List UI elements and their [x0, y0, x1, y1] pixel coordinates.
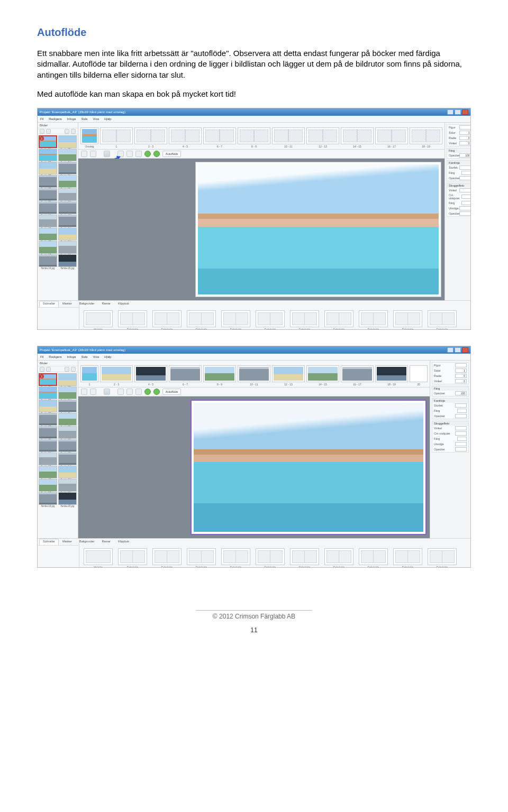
page-thumbnail[interactable]: 8 - 9 [203, 365, 236, 382]
page-thumbnail[interactable]: 1 [80, 365, 98, 382]
tool-icon-3[interactable] [135, 389, 142, 395]
image-thumbnail[interactable]: florida-09.jpg [39, 188, 57, 201]
tab-masker[interactable]: Masker [59, 539, 76, 545]
template-item[interactable]: Enkelsida [152, 310, 182, 327]
menu-redigera[interactable]: Redigera [49, 355, 61, 358]
undo-icon[interactable] [81, 151, 87, 157]
tool-icon-1[interactable] [117, 389, 124, 395]
page-spread[interactable] [195, 162, 441, 297]
tool-icon-3[interactable] [135, 151, 142, 157]
tab-sidmallar[interactable]: Sidmallar [39, 539, 59, 545]
image-thumbnail[interactable]: florida-05.jpg [39, 400, 57, 412]
property-value[interactable] [455, 431, 467, 436]
template-item[interactable]: Enkelsida [118, 548, 147, 565]
sort-icon[interactable] [65, 129, 69, 134]
redo-icon[interactable] [90, 151, 96, 157]
page-thumbnail[interactable]: 2 - 3 [134, 127, 167, 144]
prev-page-icon[interactable] [144, 389, 151, 395]
property-value[interactable] [457, 437, 467, 441]
image-thumbnail[interactable]: florida-12.jpg [58, 439, 77, 452]
remove-image-icon[interactable] [46, 129, 51, 134]
next-page-icon[interactable] [153, 151, 160, 157]
image-thumbnail[interactable]: florida-07.jpg [39, 413, 57, 426]
template-item[interactable]: Enkelsida [187, 310, 216, 327]
menu-hjalp[interactable]: Hjälp [104, 355, 112, 358]
save-icon[interactable] [104, 389, 110, 395]
tab-sidmallar[interactable]: Sidmallar [39, 301, 59, 307]
maximize-button[interactable] [455, 109, 461, 115]
menu-visa[interactable]: Visa [93, 355, 99, 358]
template-item[interactable]: Helsida [84, 548, 113, 565]
property-value[interactable]: 100 [459, 153, 471, 158]
page-thumbnail[interactable]: 20 [410, 365, 428, 382]
image-thumbnail[interactable]: florida-10.jpg [58, 426, 77, 439]
menu-sida[interactable]: Sida [81, 355, 87, 358]
property-value[interactable]: 1 [455, 368, 467, 373]
save-icon[interactable] [104, 151, 110, 157]
page-thumbnail[interactable]: 18 - 19 [375, 365, 408, 382]
image-thumbnail[interactable]: florida-08.jpg [58, 175, 77, 188]
image-thumbnail[interactable]: florida-09.jpg [39, 426, 57, 439]
menu-hjalp[interactable]: Hjälp [104, 117, 112, 121]
template-item[interactable]: Enkelsida [256, 548, 285, 565]
template-item[interactable]: Enkelsida [359, 548, 388, 565]
next-page-icon[interactable] [153, 389, 160, 395]
close-button[interactable] [462, 347, 468, 353]
image-thumbnail[interactable]: florida-05.jpg [39, 162, 57, 174]
sort-icon[interactable] [65, 367, 69, 372]
property-value[interactable] [461, 195, 471, 199]
menu-infoga[interactable]: Infoga [67, 117, 76, 121]
maximize-button[interactable] [455, 347, 461, 353]
image-thumbnail[interactable]: florida-02.jpg [58, 135, 77, 148]
property-value[interactable] [455, 363, 467, 367]
page-thumbnail[interactable]: 6 - 7 [169, 365, 202, 382]
image-thumbnail[interactable]: florida-12.jpg [58, 201, 77, 214]
image-thumbnail[interactable]: 1florida-01.jpg [39, 373, 57, 386]
image-thumbnail[interactable]: florida-03.jpg [39, 149, 57, 161]
menu-fil[interactable]: Fil [40, 355, 43, 358]
image-thumbnail[interactable]: florida-20.jpg [58, 254, 77, 267]
template-item[interactable]: Enkelsida [221, 310, 250, 327]
page-thumbnail[interactable]: 14 - 15 [341, 127, 374, 144]
property-value[interactable] [459, 165, 471, 170]
image-thumbnail[interactable]: florida-16.jpg [58, 466, 77, 478]
template-item[interactable]: Enkelsida [256, 310, 285, 327]
autoflow-button[interactable]: Autoflöde [162, 389, 181, 395]
property-value[interactable]: 0 [455, 374, 467, 378]
minimize-button[interactable] [447, 347, 453, 353]
page-thumbnail[interactable]: 2 - 3 [100, 365, 133, 382]
image-thumbnail[interactable]: florida-17.jpg [39, 479, 57, 492]
minimize-button[interactable] [447, 109, 453, 115]
property-value[interactable] [459, 188, 471, 192]
tool-icon-2[interactable] [126, 389, 133, 395]
template-item[interactable]: Enkelsida [359, 310, 388, 327]
property-value[interactable] [459, 176, 471, 180]
tool-icon-2[interactable] [126, 151, 133, 157]
template-item[interactable]: Enkelsida [290, 548, 319, 565]
page-thumbnail[interactable]: 16 - 17 [375, 127, 408, 144]
image-thumbnail[interactable]: florida-17.jpg [39, 241, 57, 254]
template-item[interactable]: Helsida [84, 310, 113, 327]
property-value[interactable] [459, 211, 471, 216]
image-thumbnail[interactable]: florida-14.jpg [58, 453, 77, 465]
property-value[interactable]: 0 [455, 379, 467, 383]
image-thumbnail[interactable]: florida-20.jpg [58, 492, 77, 505]
close-button[interactable] [462, 109, 468, 115]
menu-infoga[interactable]: Infoga [67, 355, 76, 358]
property-value[interactable]: 1 [459, 131, 471, 135]
template-item[interactable]: Enkelsida [393, 548, 422, 565]
tab-masker[interactable]: Masker [59, 301, 76, 307]
page-thumbnail[interactable]: 10 - 11 [238, 365, 270, 382]
image-thumbnail[interactable]: florida-15.jpg [39, 466, 57, 478]
image-thumbnail[interactable]: florida-04.jpg [58, 149, 77, 161]
menu-sida[interactable]: Sida [81, 117, 87, 121]
image-thumbnail[interactable]: florida-06.jpg [58, 162, 77, 174]
property-value[interactable] [455, 447, 467, 451]
property-value[interactable] [459, 206, 471, 210]
image-thumbnail[interactable]: florida-08.jpg [58, 413, 77, 426]
template-item[interactable]: Enkelsida [187, 548, 216, 565]
menu-redigera[interactable]: Redigera [49, 117, 61, 121]
undo-icon[interactable] [81, 389, 87, 395]
image-thumbnail[interactable]: florida-04.jpg [58, 386, 77, 399]
page-spread[interactable] [190, 400, 427, 535]
